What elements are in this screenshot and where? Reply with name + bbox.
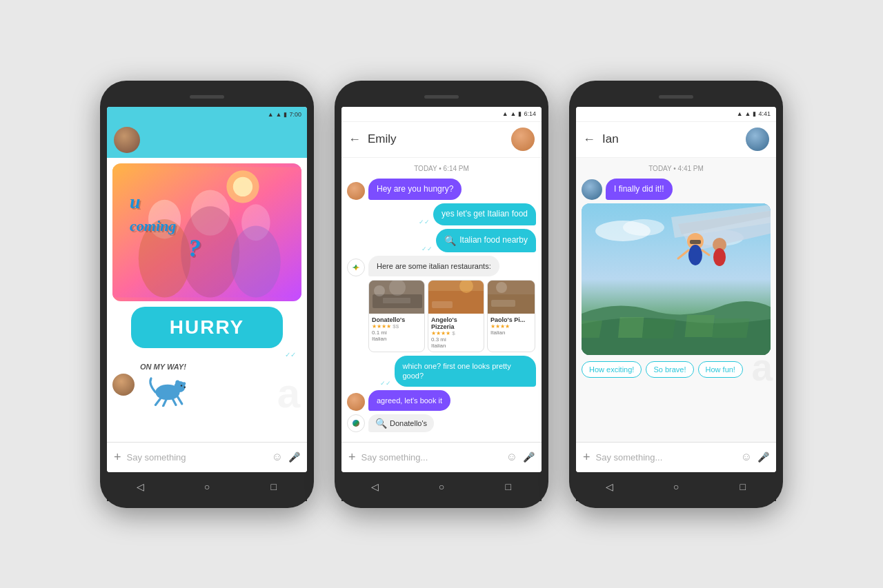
phone-3-chat: a TODAY • 4:41 PM I finally did it!! [576, 158, 776, 442]
msg-row-7: 🔍 Donatello's [347, 414, 536, 432]
handwriting-svg: u coming ? [126, 184, 216, 260]
allo-chip-bubble-7[interactable]: 🔍 Donatello's [368, 414, 434, 432]
sent-check-3: ✓✓ [421, 245, 433, 252]
msg-avatar-6 [347, 393, 365, 411]
restaurant-card-1[interactable]: Donatello's ★★★★ $$ 0.1 mi Italian [368, 280, 425, 352]
mic-icon-1[interactable]: 🎤 [288, 452, 300, 463]
dog-sticker-svg [140, 372, 195, 407]
restaurant-price-1: $$ [393, 323, 399, 330]
svg-point-25 [374, 285, 385, 296]
svg-rect-50 [618, 317, 644, 338]
mic-icon-2[interactable]: 🎤 [523, 452, 535, 463]
phone-1-chat-content: u coming ? HURRY ✓✓ ON MY WAY! [107, 158, 307, 472]
phone-2-nav-bar: ◁ ○ □ [341, 472, 542, 501]
msg-bubble-4: Here are some italian restaurants: [368, 256, 499, 276]
sky-background [582, 203, 771, 355]
back-arrow-3[interactable]: ← [583, 132, 595, 147]
restaurant-stars-2: ★★★★ $ [431, 330, 481, 336]
restaurant-name-1: Donatello's [372, 316, 421, 323]
emoji-icon-3[interactable]: ☺ [741, 451, 752, 463]
nav-home-3[interactable]: ○ [669, 480, 683, 494]
svg-point-34 [496, 282, 507, 293]
restaurant-card-3[interactable]: Paolo's Pi... ★★★★ Italian [487, 280, 535, 352]
hurry-bubble: HURRY [131, 307, 282, 348]
svg-rect-31 [432, 301, 453, 308]
allo-chip-icon-7: 🔍 [375, 418, 387, 429]
emoji-icon-2[interactable]: ☺ [506, 451, 517, 463]
plus-icon-2[interactable]: + [348, 450, 356, 465]
hurry-text: HURRY [148, 316, 266, 338]
input-placeholder-1[interactable]: Say something [127, 452, 266, 463]
wifi-icon-3: ▲ [745, 110, 751, 117]
restaurant-photo-2 [428, 281, 484, 314]
msg-avatar-1 [347, 182, 365, 200]
phone-2-header: ← Emily [341, 122, 542, 158]
svg-rect-49 [582, 321, 602, 338]
msg-text-2: yes let's get Italian food [442, 209, 528, 219]
smart-reply-1[interactable]: How exciting! [582, 361, 642, 378]
phone-1-input-bar[interactable]: + Say something ☺ 🎤 [107, 442, 307, 472]
phone-3-screen: ▲ ▲ ▮ 4:41 ← Ian a TODAY • 4:41 PM I fin… [576, 107, 776, 472]
restaurant-type-1: Italian [372, 336, 421, 342]
nav-recent-1[interactable]: □ [267, 480, 281, 494]
status-icons-2: ▲ ▲ ▮ 6:14 [502, 110, 536, 117]
nav-recent-2[interactable]: □ [502, 480, 515, 494]
svg-point-6 [231, 225, 281, 297]
phone-3-input-bar[interactable]: + Say something... ☺ 🎤 [576, 442, 776, 472]
msg-row-4: Here are some italian restaurants: [347, 256, 536, 276]
input-placeholder-3[interactable]: Say something... [596, 452, 735, 463]
restaurant-stars-3: ★★★★ [490, 323, 532, 330]
restaurant-stars-1: ★★★★ $$ [372, 323, 421, 330]
svg-point-15 [175, 380, 179, 385]
google-assistant-icon [350, 261, 362, 274]
signal-icon-1: ▲ [268, 111, 274, 118]
smart-reply-2[interactable]: So brave! [646, 361, 693, 378]
time-3: 4:41 [758, 110, 771, 117]
emoji-icon-1[interactable]: ☺ [272, 451, 283, 463]
back-arrow-2[interactable]: ← [348, 132, 361, 147]
date-label-3: TODAY • 4:41 PM [582, 165, 771, 172]
sent-check-5: ✓✓ [380, 380, 391, 387]
nav-home-2[interactable]: ○ [435, 480, 448, 494]
restaurant-type-3: Italian [490, 330, 532, 336]
msg-text-3: Italian food nearby [459, 235, 528, 246]
plus-icon[interactable]: + [114, 450, 121, 465]
battery-icon-2: ▮ [518, 110, 522, 117]
assistant-avatar-7 [347, 414, 365, 432]
nav-back-3[interactable]: ◁ [602, 480, 616, 494]
nav-back-2[interactable]: ◁ [368, 480, 381, 494]
restaurant-dist-1: 0.1 mi [372, 330, 421, 336]
allo-chip-text-7: Donatello's [390, 419, 427, 427]
restaurant-card-2[interactable]: Angelo's Pizzeria ★★★★ $ 0.3 mi Italian [428, 280, 484, 352]
phone-2-input-bar[interactable]: + Say something... ☺ 🎤 [341, 442, 542, 472]
restaurant-name-3: Paolo's Pi... [490, 316, 532, 323]
svg-rect-51 [642, 319, 675, 338]
contact-name-2: Emily [368, 132, 504, 146]
nav-back-1[interactable]: ◁ [133, 480, 147, 494]
restaurant-name-2: Angelo's Pizzeria [431, 316, 481, 330]
mic-icon-3[interactable]: 🎤 [757, 452, 769, 463]
sticker-content: ON MY WAY! [140, 363, 195, 407]
nav-recent-3[interactable]: □ [736, 480, 750, 494]
svg-line-17 [163, 398, 167, 405]
allo-chip-icon-3: 🔍 [444, 234, 456, 247]
nav-home-1[interactable]: ○ [200, 480, 214, 494]
svg-point-20 [181, 385, 182, 386]
battery-icon-1: ▮ [284, 111, 287, 118]
photo-text-overlay: u coming ? [126, 184, 216, 265]
input-placeholder-2[interactable]: Say something... [361, 452, 501, 463]
time-1: 7:00 [289, 111, 301, 118]
restaurant-dist-2: 0.3 mi [431, 336, 481, 343]
restaurant-photo-3 [488, 281, 535, 314]
signal-icon-3: ▲ [737, 110, 743, 117]
restaurant-price-2: $ [452, 330, 455, 336]
wifi-icon-1: ▲ [276, 111, 282, 118]
sticker-text: ON MY WAY! [140, 363, 195, 371]
msg-bubble-1: Hey are you hungry? [368, 179, 462, 201]
plus-icon-3[interactable]: + [583, 450, 591, 465]
phone-2-status-bar: ▲ ▲ ▮ 6:14 [341, 107, 542, 122]
svg-line-18 [172, 398, 176, 405]
phone-1-header [107, 122, 307, 158]
smart-reply-3[interactable]: How fun! [698, 361, 743, 378]
msg-text-6: agreed, let's book it [377, 396, 442, 405]
